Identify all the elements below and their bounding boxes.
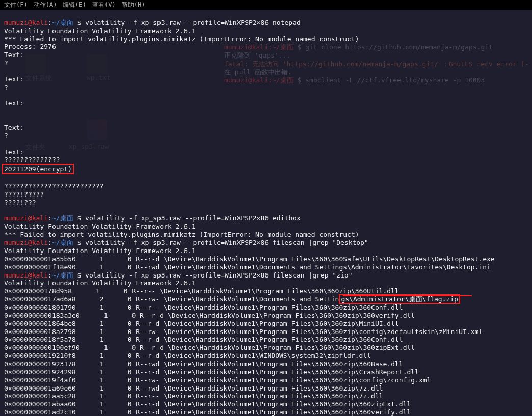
output-line-flagzip: 0×00000000017ad6a8 2 0 R--rw- \Device\Ha… (4, 295, 528, 303)
prompt-line[interactable]: mumuzi@kali:~/桌面 $ volatility -f xp_sp3.… (4, 271, 528, 280)
output-line: 0×00000000019f4af0 1 0 R--rw- \Device\Ha… (4, 376, 528, 384)
output-line: Text: (4, 99, 528, 107)
output-line: 0×0000000001a69e60 1 0 R--rwd \Device\Ha… (4, 384, 528, 393)
output-line: ????!??? (4, 199, 528, 207)
output-line (4, 140, 528, 148)
prompt-host: kali (32, 271, 48, 279)
output-line: Process: 2976 (4, 43, 528, 51)
red-box-top-edge (343, 295, 472, 296)
output-line: 0×00000000018a2798 1 0 R--rw- \Device\Ha… (4, 328, 528, 336)
output-line: 0×00000000178d958 1 0 R--r-- \Device\Har… (4, 287, 528, 295)
output-line (4, 207, 528, 215)
output-line: 0×0000000000190ef90 1 0 R--r-d \Device\H… (4, 344, 528, 352)
output-line (4, 67, 528, 75)
command-text: volatility -f xp_sp3.raw --profile=WinXP… (85, 19, 301, 26)
command-text: volatility -f xp_sp3.raw --profile=WinXP… (85, 271, 352, 279)
output-line (4, 174, 528, 182)
prompt-path: ~/桌面 (52, 19, 73, 26)
output-line (4, 107, 528, 116)
output-line: ?????????????? (4, 156, 528, 164)
output-line: ? (4, 59, 528, 67)
output-line: Text: (4, 124, 528, 132)
highlighted-encrypt: 20211209(encrypt) (4, 164, 528, 174)
prompt-host: kali (32, 214, 48, 222)
command-text: volatility -f xp_sp3.raw --profile=WinXP… (85, 239, 368, 246)
prompt-line[interactable]: mumuzi@kali:~/桌面 $ volatility -f xp_sp3.… (4, 19, 528, 27)
menu-help[interactable]: 帮助(H) (122, 1, 145, 9)
prompt-line[interactable]: mumuzi@kali:~/桌面 $ volatility -f xp_sp3.… (4, 214, 528, 223)
prompt-user: mumuzi (4, 239, 28, 246)
output-line: 0×0000000001801790 1 0 R--r-- \Device\Ha… (4, 303, 528, 312)
menu-edit[interactable]: 编辑(E) (63, 1, 86, 9)
output-line: Text: (4, 75, 528, 84)
output-line: ????????????????????????? (4, 182, 528, 190)
prompt-user: mumuzi (4, 214, 28, 222)
output-line: *** Failed to import volatility.plugins.… (4, 35, 528, 43)
output-line: 0×0000000001aa5c28 1 0 R--r-- \Device\Ha… (4, 392, 528, 400)
output-line: ? (4, 84, 528, 92)
output-line: ????!????? (4, 190, 528, 199)
menu-file[interactable]: 文件(F) (4, 1, 28, 9)
output-line: 0×0000000000183a3e0 1 0 R--r-d \Device\H… (4, 312, 528, 320)
output-line: 0×0000000001f18e90 1 0 R--rwd \Device\Ha… (4, 263, 528, 271)
prompt-user: mumuzi (4, 271, 28, 279)
output-line: 0×0000000001924298 1 0 R--r-d \Device\Ha… (4, 368, 528, 376)
output-line: Volatility Foundation Volatility Framewo… (4, 247, 528, 255)
prompt-user: mumuzi (4, 19, 28, 26)
output-line: 0×0000000001a35b50 1 0 R--r-d \Device\Ha… (4, 255, 528, 263)
terminal-window[interactable]: mumuzi@kali:~/桌面 $ volatility -f xp_sp3.… (0, 10, 532, 416)
output-line: Text: (4, 148, 528, 156)
output-line: Volatility Foundation Volatility Framewo… (4, 223, 528, 231)
prompt-path: ~/桌面 (52, 239, 73, 246)
output-line: *** Failed to import volatility.plugins.… (4, 231, 528, 239)
output-line: 0×0000000001ad2c10 1 0 R--r-d \Device\Ha… (4, 408, 528, 416)
menu-view[interactable]: 查看(V) (92, 1, 116, 9)
output-line: ? (4, 132, 528, 140)
output-line: 0×0000000001923178 1 0 R--rwd \Device\Ha… (4, 360, 528, 368)
output-line: 0×00000000019210f8 1 0 R--r-d \Device\Ha… (4, 352, 528, 360)
menu-action[interactable]: 动作(A) (34, 1, 57, 9)
prompt-host: kali (32, 239, 48, 246)
prompt-path: ~/桌面 (52, 214, 73, 222)
prompt-host: kali (32, 19, 48, 26)
output-line: 0×0000000001abaa00 1 0 R--r-d \Device\Ha… (4, 400, 528, 408)
prompt-path: ~/桌面 (52, 271, 73, 279)
menu-bar[interactable]: 文件(F) 动作(A) 编辑(E) 查看(V) 帮助(H) (0, 0, 532, 10)
output-line (4, 92, 528, 100)
output-line: 0×00000000018f5a78 1 0 R--r-d \Device\Ha… (4, 336, 528, 344)
prompt-line[interactable]: mumuzi@kali:~/桌面 $ volatility -f xp_sp3.… (4, 239, 528, 247)
output-line: Volatility Foundation Volatility Framewo… (4, 27, 528, 35)
output-line: 0×0000000001864be8 1 0 R--r-d \Device\Ha… (4, 320, 528, 328)
command-text: volatility -f xp_sp3.raw --profile=WinXP… (85, 214, 301, 222)
output-line: Text: (4, 51, 528, 59)
output-line (4, 116, 528, 124)
output-line: Volatility Foundation Volatility Framewo… (4, 279, 528, 287)
